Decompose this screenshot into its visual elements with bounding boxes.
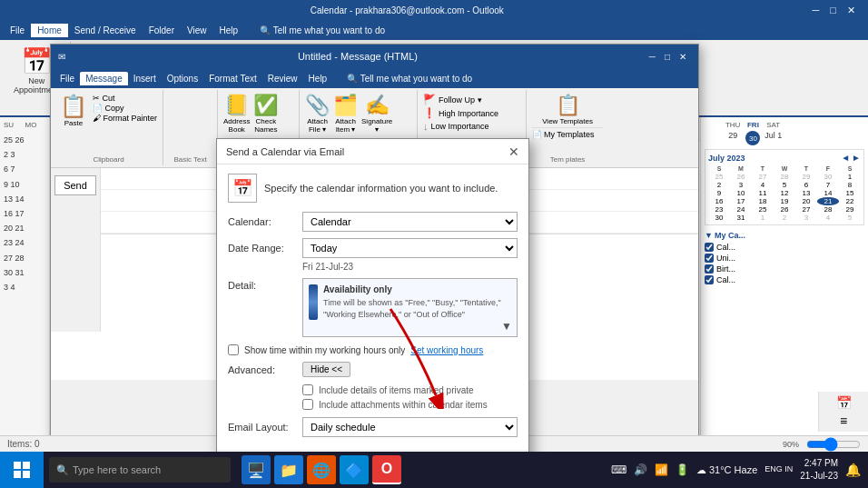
detail-scroll-btn[interactable]: ▼ xyxy=(501,320,512,333)
svg-rect-3 xyxy=(14,471,21,478)
format-painter-btn[interactable]: 🖌 Format Painter xyxy=(93,114,157,123)
taskbar-right: ⌨ 🔊 📶 🔋 ☁ 31°C Haze ENG IN 2:47 PM 21-Ju… xyxy=(611,457,868,483)
attachments-check[interactable] xyxy=(302,399,313,410)
taskbar-app-ie[interactable]: 🌐 xyxy=(307,455,336,484)
calendar-view-btn[interactable]: 📅 xyxy=(836,395,852,410)
msg-tab-file[interactable]: File xyxy=(54,72,80,85)
svg-rect-1 xyxy=(14,462,21,469)
taskbar-app-2[interactable]: 📁 xyxy=(274,455,303,484)
cal-check-1[interactable] xyxy=(705,243,714,252)
cal-checkbox-3[interactable]: Birt... xyxy=(705,264,864,274)
list-view-btn[interactable]: ≡ xyxy=(840,413,847,428)
cal-check-3[interactable] xyxy=(705,264,714,274)
taskbar-app-outlook[interactable]: O xyxy=(372,455,401,484)
cal-tab-send[interactable]: Send / Receive xyxy=(68,24,143,37)
minimize-btn[interactable]: ─ xyxy=(807,5,825,15)
right-day-header: THU FRI SAT xyxy=(705,121,864,129)
signature-btn[interactable]: ✍️ Signature▾ xyxy=(361,94,392,134)
prev-month-btn[interactable]: ◄ xyxy=(841,153,850,163)
private-check[interactable] xyxy=(302,384,313,395)
taskbar-app-edge[interactable]: 🔷 xyxy=(340,455,369,484)
close-btn[interactable]: ✕ xyxy=(842,5,861,16)
cut-btn[interactable]: ✂ Cut xyxy=(93,94,157,103)
taskbar-search[interactable]: 🔍 Type here to search xyxy=(49,457,231,483)
cal-checkbox-4[interactable]: Cal... xyxy=(705,275,864,284)
send-btn[interactable]: Send xyxy=(54,175,96,195)
notification-icon[interactable]: 🔔 xyxy=(845,463,861,477)
maximize-btn[interactable]: □ xyxy=(824,5,842,15)
attach-item-btn[interactable]: 🗂️ AttachItem ▾ xyxy=(333,94,358,134)
private-label: Include details of items marked private xyxy=(319,385,474,395)
cal-checkbox-1[interactable]: Cal... xyxy=(705,243,864,252)
detail-title: Availability only xyxy=(323,284,511,294)
check-names-btn[interactable]: ✅ CheckNames xyxy=(253,94,278,134)
zoom-level: 90% xyxy=(783,440,799,449)
detail-label: Detail: xyxy=(228,278,302,291)
msg-maximize-btn[interactable]: □ xyxy=(660,52,675,62)
cal-tell-me[interactable]: 🔍 Tell me what you want to do xyxy=(253,24,391,37)
msg-tab-options[interactable]: Options xyxy=(162,72,203,85)
high-importance-btn[interactable]: ❗ High Importance xyxy=(423,107,520,119)
language-widget[interactable]: ENG IN xyxy=(764,464,793,475)
msg-tab-message[interactable]: Message xyxy=(80,72,128,85)
tray-icon-3[interactable]: 📶 xyxy=(655,463,668,476)
tray-icon-4[interactable]: 🔋 xyxy=(676,463,689,476)
dialog-body: 📅 Specify the calendar information you w… xyxy=(217,164,528,450)
follow-up-btn[interactable]: 🚩 Follow Up ▾ xyxy=(423,94,520,105)
msg-tab-insert[interactable]: Insert xyxy=(128,72,162,85)
my-templates-btn[interactable]: 📄 My Templates xyxy=(532,127,603,139)
lang-text: ENG IN xyxy=(764,464,793,475)
cal-checkbox-2[interactable]: Uni... xyxy=(705,254,864,263)
low-importance-btn[interactable]: ↓ Low Importance xyxy=(423,121,520,132)
my-calendars-header[interactable]: ▼ My Ca... xyxy=(705,231,864,240)
cal-tab-view[interactable]: View xyxy=(181,24,213,37)
mini-month-title: July 2023 xyxy=(708,154,745,163)
msg-tab-help[interactable]: Help xyxy=(303,72,333,85)
msg-tab-review[interactable]: Review xyxy=(262,72,303,85)
today-21[interactable]: 21 xyxy=(817,197,839,205)
set-working-hours-link[interactable]: Set working hours xyxy=(410,345,483,355)
address-book-btn[interactable]: 📒 AddressBook xyxy=(223,94,250,134)
msg-tell-me[interactable]: 🔍 Tell me what you want to do xyxy=(332,72,487,85)
dialog-close-btn[interactable]: ✕ xyxy=(508,144,519,159)
attach-file-btn[interactable]: 📎 AttachFile ▾ xyxy=(305,94,330,134)
weather-widget[interactable]: ☁ 31°C Haze xyxy=(696,464,757,476)
msg-close-btn[interactable]: ✕ xyxy=(675,52,691,62)
detail-row: Detail: Availability only Time will be s… xyxy=(228,278,518,337)
cal-check-4[interactable] xyxy=(705,275,714,284)
cal-tab-help[interactable]: Help xyxy=(213,24,245,37)
calendar-row: Calendar: Calendar xyxy=(228,212,518,232)
tray-icon-2[interactable]: 🔊 xyxy=(634,463,647,476)
msg-tab-format[interactable]: Format Text xyxy=(203,72,262,85)
date-range-select[interactable]: Today xyxy=(302,238,518,258)
cal-tab-folder[interactable]: Folder xyxy=(143,24,181,37)
show-time-row: Show time within my working hours only S… xyxy=(228,344,518,355)
copy-btn[interactable]: 📄 Copy xyxy=(93,104,157,113)
view-templates-btn[interactable]: 📋 View Templates xyxy=(532,94,603,125)
email-layout-select[interactable]: Daily schedule xyxy=(302,417,518,437)
mini-nav: SUMO xyxy=(4,121,45,129)
mini-month-cal: July 2023 ◄ ► SMTWTFS 25 26 27 xyxy=(705,149,864,225)
next-month-btn[interactable]: ► xyxy=(852,153,861,163)
weather-text: 31°C Haze xyxy=(709,464,757,475)
zoom-slider[interactable] xyxy=(806,440,861,449)
time-widget[interactable]: 2:47 PM 21-Jul-23 xyxy=(800,457,838,483)
msg-minimize-btn[interactable]: ─ xyxy=(645,52,660,62)
taskbar-app-1[interactable]: 🖥️ xyxy=(242,455,271,484)
hide-btn[interactable]: Hide << xyxy=(302,362,350,377)
tray-icon-1[interactable]: ⌨ xyxy=(611,463,626,476)
cal-check-2[interactable] xyxy=(705,254,714,263)
advanced-row: Advanced: Hide << xyxy=(228,362,518,377)
cal-tab-file[interactable]: File xyxy=(4,24,31,37)
calendar-select[interactable]: Calendar xyxy=(302,212,518,232)
detail-color-bar xyxy=(309,284,318,320)
show-time-check[interactable] xyxy=(228,344,239,355)
paste-btn[interactable]: 📋 Paste xyxy=(60,94,87,127)
cal-tab-home[interactable]: Home xyxy=(31,24,68,37)
time-labels: 25 262 36 79 1013 1416 1720 2123 2427 28… xyxy=(4,133,45,294)
private-row: Include details of items marked private xyxy=(302,384,518,395)
email-layout-row: Email Layout: Daily schedule xyxy=(228,417,518,437)
start-button[interactable] xyxy=(0,452,44,488)
basic-text-area xyxy=(167,92,213,155)
taskbar: 🔍 Type here to search 🖥️ 📁 🌐 🔷 O ⌨ xyxy=(0,452,868,488)
